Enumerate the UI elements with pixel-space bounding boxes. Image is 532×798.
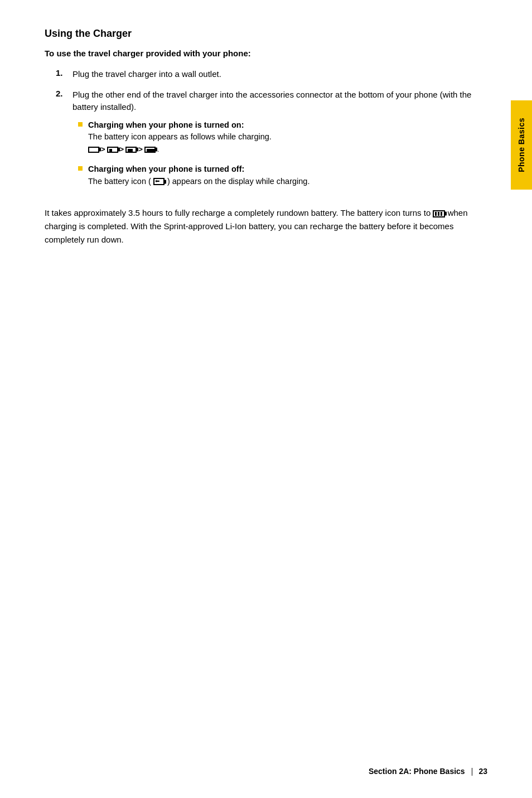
- bullet-body-1: The battery icon appears as follows whil…: [88, 132, 272, 141]
- page-footer: Section 2A: Phone Basics 23: [369, 767, 487, 776]
- battery-charging-icon: [153, 178, 165, 185]
- list-content-1: Plug the travel charger into a wall outl…: [72, 68, 487, 81]
- side-tab: Phone Basics: [511, 100, 532, 190]
- battery-quarter-icon: [107, 147, 118, 153]
- footer-section: Section 2A: Phone Basics: [369, 767, 465, 776]
- arrow-2: >: [120, 144, 124, 155]
- bullet-item-2: Charging when your phone is turned off: …: [78, 163, 487, 188]
- bar-3: [441, 212, 442, 216]
- bullet-body-before-2: The battery icon (: [88, 177, 151, 186]
- period: .: [157, 144, 159, 155]
- list-text-1: Plug the travel charger into a wall outl…: [72, 68, 487, 81]
- body-paragraph: It takes approximately 3.5 hours to full…: [45, 206, 487, 246]
- list-content-2: Plug the other end of the travel charger…: [72, 89, 487, 196]
- intro-text: To use the travel charger provided with …: [45, 49, 487, 58]
- bullet-square-2: [78, 166, 83, 171]
- battery-complete-icon: [433, 210, 445, 217]
- battery-half-icon: [125, 147, 137, 153]
- bar-1: [435, 212, 437, 216]
- bullet-content-2: Charging when your phone is turned off: …: [88, 163, 309, 188]
- list-item-1: 1. Plug the travel charger into a wall o…: [56, 68, 487, 81]
- bullet-body-after-2: ) appears on the display while charging.: [167, 177, 310, 186]
- battery-sequence: > > > .: [88, 144, 159, 155]
- bullet-item-1: Charging when your phone is turned on: T…: [78, 119, 487, 156]
- list-text-2: Plug the other end of the travel charger…: [72, 89, 487, 114]
- list-item-2: 2. Plug the other end of the travel char…: [56, 89, 487, 196]
- bullet-list: Charging when your phone is turned on: T…: [78, 119, 487, 188]
- footer-page-number: 23: [478, 767, 487, 776]
- battery-full-icon: [144, 147, 156, 153]
- bullet-content-1: Charging when your phone is turned on: T…: [88, 119, 272, 156]
- page-container: Phone Basics Using the Charger To use th…: [0, 0, 532, 798]
- arrow-3: >: [138, 144, 143, 155]
- battery-empty-icon: [88, 147, 99, 153]
- bullet-title-1: Charging when your phone is turned on:: [88, 120, 244, 129]
- footer-divider: [472, 768, 472, 776]
- side-tab-label: Phone Basics: [517, 118, 526, 172]
- bullet-square-1: [78, 122, 83, 127]
- bullet-title-2: Charging when your phone is turned off:: [88, 165, 244, 173]
- list-num-2: 2.: [56, 89, 72, 98]
- arrow-1: >: [101, 144, 105, 155]
- list-num-1: 1.: [56, 68, 72, 78]
- section-title: Using the Charger: [45, 28, 487, 40]
- bar-2: [438, 212, 439, 216]
- numbered-list: 1. Plug the travel charger into a wall o…: [56, 68, 487, 195]
- body-para-before: It takes approximately 3.5 hours to full…: [45, 208, 431, 217]
